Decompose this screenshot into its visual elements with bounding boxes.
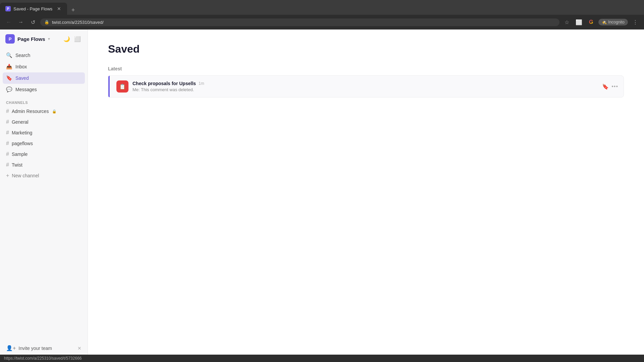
item-time: 1m: [199, 81, 204, 86]
lock-icon: 🔒: [44, 20, 49, 24]
app-container: P Page Flows ▾ 🌙 ⬜ 🔍 Search 📥 Inbox 🔖 Sa…: [0, 29, 644, 355]
active-tab[interactable]: P Saved - Page Flows ✕: [0, 3, 67, 15]
sidebar: P Page Flows ▾ 🌙 ⬜ 🔍 Search 📥 Inbox 🔖 Sa…: [0, 29, 88, 355]
google-g-icon: G: [589, 19, 593, 25]
tab-title: Saved - Page Flows: [13, 6, 54, 11]
forward-button[interactable]: →: [16, 17, 25, 27]
new-channel-button[interactable]: + New channel: [3, 170, 85, 181]
channels-label: Channels: [0, 97, 88, 106]
browser-menu-button[interactable]: ⋮: [631, 17, 640, 27]
saved-item[interactable]: 📋 Check proposals for Upsells 1m Me: Thi…: [108, 75, 624, 98]
dark-mode-button[interactable]: 🌙: [62, 34, 71, 44]
channel-name-sample: Sample: [12, 152, 28, 157]
hash-icon: #: [6, 130, 9, 136]
workspace-chevron-icon: ▾: [48, 37, 50, 41]
channel-name-general: General: [12, 119, 29, 125]
more-options-button[interactable]: •••: [611, 83, 618, 89]
invite-label: Invite your team: [18, 346, 52, 351]
workspace-avatar: P: [5, 34, 15, 44]
hash-icon: #: [6, 108, 9, 114]
channel-name-pageflows: pageflows: [12, 141, 33, 146]
channel-item-pageflows[interactable]: # pageflows: [3, 138, 85, 149]
item-title: Check proposals for Upsells: [132, 81, 196, 86]
workspace-title: Page Flows: [17, 36, 45, 42]
invite-icon: 👤+: [6, 345, 16, 351]
new-tab-button[interactable]: +: [68, 5, 78, 15]
nav-label-inbox: Inbox: [15, 64, 27, 69]
hash-icon: #: [6, 151, 9, 157]
sidebar-nav: 🔍 Search 📥 Inbox 🔖 Saved 💬 Messages: [0, 48, 88, 97]
channel-name-admin-resources: Admin Resources: [12, 109, 49, 114]
browser-tab-search-button[interactable]: ⬜: [574, 17, 584, 27]
bookmark-star-button[interactable]: ☆: [562, 17, 572, 27]
unsave-button[interactable]: 🔖: [602, 83, 609, 90]
nav-item-inbox[interactable]: 📥 Inbox: [3, 61, 85, 72]
channel-item-twist[interactable]: # Twist: [3, 160, 85, 170]
tab-favicon: P: [5, 6, 11, 11]
bookmark-indicator: [108, 76, 110, 97]
hash-icon: #: [6, 140, 9, 146]
hash-icon: #: [6, 162, 9, 168]
avatar-icon: 📋: [119, 83, 126, 90]
item-avatar: 📋: [116, 80, 128, 93]
url-text: twist.com/a/225310/saved/: [52, 20, 104, 25]
toolbar-actions: ☆ ⬜ G 🕵 Incognito ⋮: [562, 17, 640, 27]
item-preview: Me: This comment was deleted.: [132, 87, 598, 92]
invite-team-button[interactable]: 👤+ Invite your team ✕: [0, 342, 88, 355]
hash-icon: #: [6, 119, 9, 125]
tab-close-button[interactable]: ✕: [56, 5, 62, 12]
browser-chrome: P Saved - Page Flows ✕ + ← → ↺ 🔒 twist.c…: [0, 0, 644, 29]
main-content: Saved Latest 📋 Check proposals for Upsel…: [88, 29, 644, 355]
saved-icon: 🔖: [6, 75, 12, 81]
channel-item-marketing[interactable]: # Marketing: [3, 127, 85, 138]
inbox-icon: 📥: [6, 64, 12, 70]
channel-item-general[interactable]: # General: [3, 117, 85, 127]
nav-label-search: Search: [15, 53, 30, 58]
page-title: Saved: [108, 43, 624, 55]
messages-icon: 💬: [6, 86, 12, 93]
sidebar-header-icons: 🌙 ⬜: [62, 34, 82, 44]
search-icon: 🔍: [6, 52, 12, 58]
sidebar-header: P Page Flows ▾ 🌙 ⬜: [0, 29, 88, 48]
address-bar[interactable]: 🔒 twist.com/a/225310/saved/: [40, 18, 559, 26]
back-button[interactable]: ←: [4, 17, 13, 27]
plus-icon: +: [6, 173, 9, 179]
google-account-button[interactable]: G: [586, 17, 596, 27]
item-content: Check proposals for Upsells 1m Me: This …: [132, 81, 598, 92]
browser-tabs: P Saved - Page Flows ✕ +: [0, 0, 644, 15]
nav-item-search[interactable]: 🔍 Search: [3, 50, 85, 61]
item-title-row: Check proposals for Upsells 1m: [132, 81, 598, 86]
incognito-label: Incognito: [608, 20, 625, 24]
channel-item-sample[interactable]: # Sample: [3, 149, 85, 160]
lock-icon-admin: 🔒: [52, 109, 57, 114]
section-label: Latest: [108, 66, 624, 71]
nav-label-saved: Saved: [15, 75, 29, 81]
status-url: https://twist.com/a/225310/saved/t/57326…: [4, 356, 82, 361]
invite-close-button[interactable]: ✕: [77, 346, 82, 351]
browser-toolbar: ← → ↺ 🔒 twist.com/a/225310/saved/ ☆ ⬜ G …: [0, 15, 644, 29]
channel-name-twist: Twist: [12, 162, 22, 168]
nav-label-messages: Messages: [15, 87, 37, 92]
nav-item-saved[interactable]: 🔖 Saved: [3, 72, 85, 84]
new-channel-label: New channel: [12, 173, 39, 178]
layout-button[interactable]: ⬜: [73, 34, 82, 44]
status-bar: https://twist.com/a/225310/saved/t/57326…: [0, 355, 644, 362]
item-actions: 🔖 •••: [602, 83, 618, 90]
channel-item-admin-resources[interactable]: # Admin Resources 🔒: [3, 106, 85, 117]
incognito-icon: 🕵: [602, 20, 607, 24]
nav-item-messages[interactable]: 💬 Messages: [3, 84, 85, 95]
incognito-badge: 🕵 Incognito: [598, 19, 628, 25]
workspace-name[interactable]: P Page Flows ▾: [5, 34, 50, 44]
reload-button[interactable]: ↺: [28, 17, 38, 27]
channel-name-marketing: Marketing: [12, 130, 32, 135]
